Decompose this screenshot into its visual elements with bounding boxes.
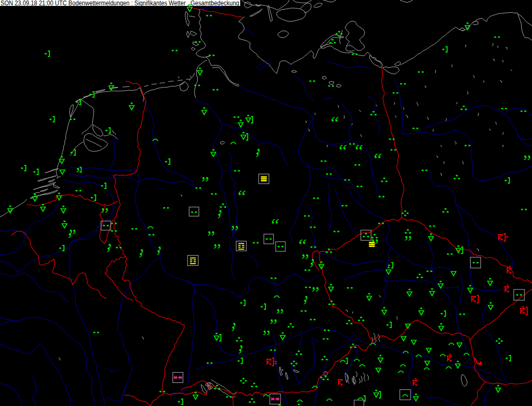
svg-text:SON 23.09.18 21:00 UTC Bodenw: SON 23.09.18 21:00 UTC Bodenwettermeldun… — [1, 0, 239, 7]
